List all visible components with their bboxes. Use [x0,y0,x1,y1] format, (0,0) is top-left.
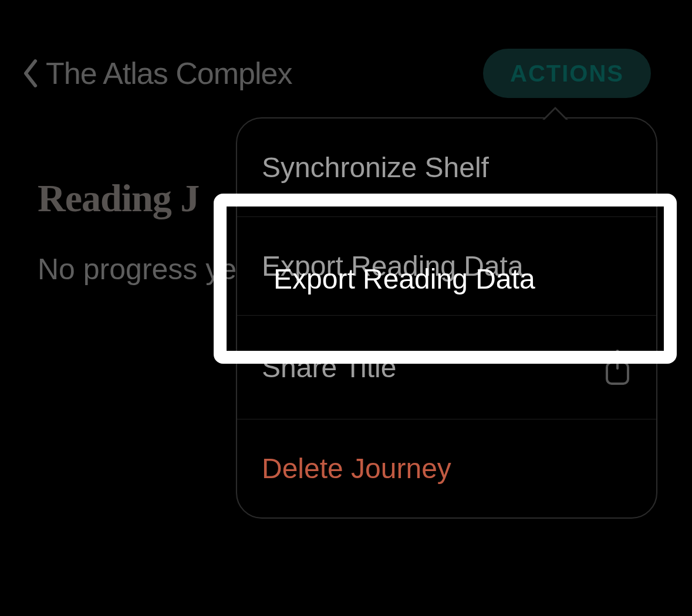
back-title: The Atlas Complex [46,56,292,91]
actions-label: ACTIONS [510,60,624,86]
menu-item-label: Synchronize Shelf [262,151,489,184]
header: The Atlas Complex ACTIONS [22,47,651,100]
menu-item-delete-journey[interactable]: Delete Journey [237,419,656,517]
page-background: The Atlas Complex ACTIONS Reading J No p… [0,0,692,616]
actions-menu: Synchronize Shelf Export Reading Data Sh… [236,117,657,519]
menu-item-label: Share Title [262,351,396,384]
share-icon [603,348,632,386]
menu-item-synchronize-shelf[interactable]: Synchronize Shelf [237,119,656,217]
back-button[interactable]: The Atlas Complex [22,56,292,91]
menu-item-share-title[interactable]: Share Title [237,316,656,419]
chevron-left-icon [22,58,39,89]
menu-item-label: Export Reading Data [262,250,524,282]
progress-text: No progress ye [38,252,237,286]
section-title: Reading J [38,176,199,221]
actions-button[interactable]: ACTIONS [483,49,651,98]
menu-item-label: Delete Journey [262,452,451,485]
menu-item-export-reading-data[interactable]: Export Reading Data [237,217,656,316]
